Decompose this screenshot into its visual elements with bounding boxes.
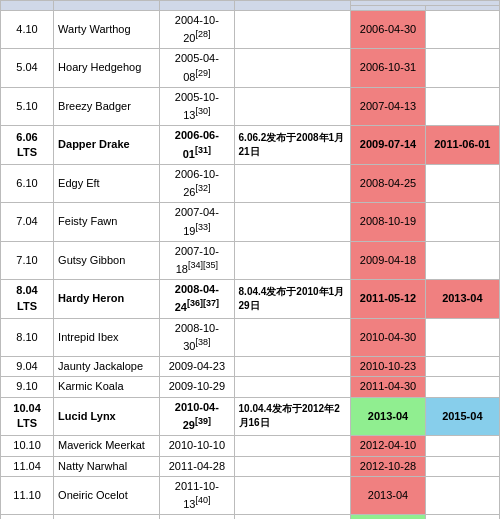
table-row: 6.06 LTSDapper Drake2006-06-01[31]6.06.2… <box>1 126 500 164</box>
cell-codename: Oneiric Ocelot <box>54 476 160 514</box>
cell-server <box>425 87 499 125</box>
cell-server: 2013-04 <box>425 280 499 318</box>
cell-release: 2005-10-13[30] <box>160 87 234 125</box>
cell-latest <box>234 377 351 397</box>
cell-version: 4.10 <box>1 11 54 49</box>
cell-codename: Dapper Drake <box>54 126 160 164</box>
cell-release: 2011-04-28 <box>160 456 234 476</box>
header-codename <box>54 1 160 11</box>
cell-codename: Gutsy Gibbon <box>54 241 160 279</box>
cell-version: 6.10 <box>1 164 54 202</box>
main-container: 4.10Warty Warthog2004-10-20[28]2006-04-3… <box>0 0 500 519</box>
table-row: 11.04Natty Narwhal2011-04-282012-10-28 <box>1 456 500 476</box>
cell-latest: 8.04.4发布于2010年1月29日 <box>234 280 351 318</box>
cell-codename: Natty Narwhal <box>54 456 160 476</box>
cell-server: 2015-04 <box>425 397 499 435</box>
cell-desktop: 2017-04 <box>351 515 425 519</box>
cell-release: 2009-10-29 <box>160 377 234 397</box>
table-row: 5.10Breezy Badger2005-10-13[30]2007-04-1… <box>1 87 500 125</box>
cell-desktop: 2008-10-19 <box>351 203 425 241</box>
cell-latest <box>234 356 351 376</box>
table-row: 12.04 LTSPrecise Pangolin2012-04-2612.04… <box>1 515 500 519</box>
cell-latest <box>234 318 351 356</box>
cell-version: 6.06 LTS <box>1 126 54 164</box>
table-row: 4.10Warty Warthog2004-10-20[28]2006-04-3… <box>1 11 500 49</box>
cell-desktop: 2013-04 <box>351 476 425 514</box>
cell-release: 2012-04-26 <box>160 515 234 519</box>
cell-codename: Lucid Lynx <box>54 397 160 435</box>
cell-desktop: 2012-04-10 <box>351 436 425 456</box>
table-row: 9.10Karmic Koala2009-10-292011-04-30 <box>1 377 500 397</box>
cell-server <box>425 164 499 202</box>
cell-desktop: 2010-10-23 <box>351 356 425 376</box>
cell-release: 2009-04-23 <box>160 356 234 376</box>
cell-version: 9.10 <box>1 377 54 397</box>
cell-codename: Intrepid Ibex <box>54 318 160 356</box>
cell-server <box>425 456 499 476</box>
cell-server <box>425 241 499 279</box>
table-row: 7.10Gutsy Gibbon2007-10-18[34][35]2009-0… <box>1 241 500 279</box>
cell-codename: Karmic Koala <box>54 377 160 397</box>
cell-desktop: 2013-04 <box>351 397 425 435</box>
cell-version: 10.10 <box>1 436 54 456</box>
cell-latest <box>234 436 351 456</box>
cell-codename: Warty Warthog <box>54 11 160 49</box>
cell-release: 2005-04-08[29] <box>160 49 234 87</box>
table-row: 10.10Maverick Meerkat2010-10-102012-04-1… <box>1 436 500 456</box>
cell-version: 12.04 LTS <box>1 515 54 519</box>
table-row: 5.04Hoary Hedgehog2005-04-08[29]2006-10-… <box>1 49 500 87</box>
cell-release: 2010-04-29[39] <box>160 397 234 435</box>
cell-desktop: 2006-10-31 <box>351 49 425 87</box>
cell-version: 9.04 <box>1 356 54 376</box>
cell-codename: Feisty Fawn <box>54 203 160 241</box>
cell-version: 8.04 LTS <box>1 280 54 318</box>
cell-server <box>425 476 499 514</box>
cell-codename: Jaunty Jackalope <box>54 356 160 376</box>
header-latest <box>234 1 351 11</box>
cell-server <box>425 203 499 241</box>
cell-server <box>425 515 499 519</box>
cell-version: 10.04 LTS <box>1 397 54 435</box>
cell-release: 2004-10-20[28] <box>160 11 234 49</box>
cell-version: 7.10 <box>1 241 54 279</box>
cell-server <box>425 377 499 397</box>
cell-desktop: 2012-10-28 <box>351 456 425 476</box>
cell-desktop: 2007-04-13 <box>351 87 425 125</box>
cell-codename: Precise Pangolin <box>54 515 160 519</box>
cell-codename: Breezy Badger <box>54 87 160 125</box>
cell-desktop: 2008-04-25 <box>351 164 425 202</box>
cell-version: 5.04 <box>1 49 54 87</box>
cell-latest <box>234 203 351 241</box>
cell-server <box>425 49 499 87</box>
cell-codename: Hoary Hedgehog <box>54 49 160 87</box>
cell-release: 2007-10-18[34][35] <box>160 241 234 279</box>
table-row: 6.10Edgy Eft2006-10-26[32]2008-04-25 <box>1 164 500 202</box>
cell-version: 7.04 <box>1 203 54 241</box>
cell-latest: 10.04.4发布于2012年2月16日 <box>234 397 351 435</box>
cell-latest <box>234 164 351 202</box>
table-row: 8.10Intrepid Ibex2008-10-30[38]2010-04-3… <box>1 318 500 356</box>
cell-latest <box>234 241 351 279</box>
header-release <box>160 1 234 11</box>
cell-latest <box>234 11 351 49</box>
table-row: 7.04Feisty Fawn2007-04-19[33]2008-10-19 <box>1 203 500 241</box>
table-row: 8.04 LTSHardy Heron2008-04-24[36][37]8.0… <box>1 280 500 318</box>
cell-desktop: 2006-04-30 <box>351 11 425 49</box>
cell-release: 2011-10-13[40] <box>160 476 234 514</box>
cell-release: 2007-04-19[33] <box>160 203 234 241</box>
cell-latest <box>234 49 351 87</box>
cell-release: 2010-10-10 <box>160 436 234 456</box>
cell-release: 2008-10-30[38] <box>160 318 234 356</box>
cell-latest: 6.06.2发布于2008年1月21日 <box>234 126 351 164</box>
cell-release: 2008-04-24[36][37] <box>160 280 234 318</box>
cell-latest <box>234 87 351 125</box>
cell-desktop: 2011-04-30 <box>351 377 425 397</box>
cell-version: 11.10 <box>1 476 54 514</box>
cell-version: 8.10 <box>1 318 54 356</box>
cell-server <box>425 436 499 456</box>
cell-latest <box>234 476 351 514</box>
ubuntu-versions-table: 4.10Warty Warthog2004-10-20[28]2006-04-3… <box>0 0 500 519</box>
header-version <box>1 1 54 11</box>
cell-desktop: 2010-04-30 <box>351 318 425 356</box>
cell-server: 2011-06-01 <box>425 126 499 164</box>
